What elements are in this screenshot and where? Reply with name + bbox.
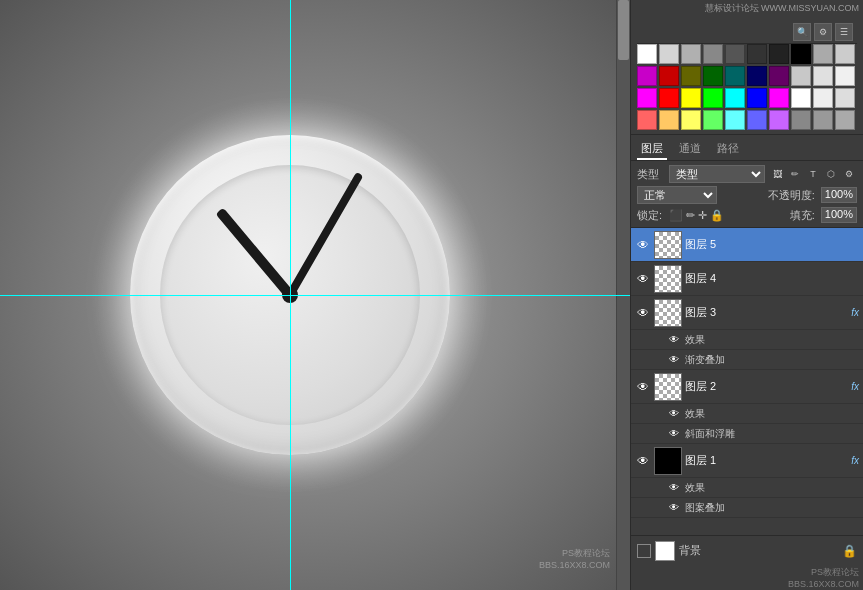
layer-item-3[interactable]: 👁 图层 3 fx	[631, 296, 863, 330]
canvas-watermark-1: PS教程论坛	[539, 547, 610, 560]
swatch[interactable]	[769, 44, 789, 64]
sub-eye[interactable]: 👁	[667, 481, 681, 495]
swatch[interactable]	[791, 66, 811, 86]
swatch[interactable]	[769, 66, 789, 86]
swatch[interactable]	[747, 66, 767, 86]
tool-menu[interactable]: ☰	[835, 23, 853, 41]
swatch[interactable]	[835, 88, 855, 108]
tab-channels[interactable]: 通道	[675, 139, 705, 160]
swatch[interactable]	[681, 110, 701, 130]
swatch[interactable]	[769, 110, 789, 130]
swatch[interactable]	[747, 88, 767, 108]
swatch[interactable]	[659, 66, 679, 86]
swatch[interactable]	[637, 110, 657, 130]
layers-panel: 图层 通道 路径 类型 类型 🖼 ✏ T ⬡ ⚙	[631, 135, 863, 590]
swatch[interactable]	[703, 110, 723, 130]
swatch[interactable]	[791, 110, 811, 130]
lock-icon-all[interactable]: 🔒	[710, 209, 724, 222]
sub-label: 效果	[685, 407, 705, 421]
layer-subitem-3-gradient[interactable]: 👁 渐变叠加	[631, 350, 863, 370]
layer-eye-2[interactable]: 👁	[635, 379, 651, 395]
swatch[interactable]	[747, 110, 767, 130]
swatch[interactable]	[813, 44, 833, 64]
swatch[interactable]	[659, 88, 679, 108]
swatch[interactable]	[769, 88, 789, 108]
swatches-row-2	[637, 66, 857, 86]
swatch[interactable]	[725, 110, 745, 130]
filter-icon-3[interactable]: T	[805, 166, 821, 182]
layer-eye-1[interactable]: 👁	[635, 453, 651, 469]
sub-eye[interactable]: 👁	[667, 501, 681, 515]
canvas-scrollbar-thumb[interactable]	[618, 0, 629, 60]
sub-eye[interactable]: 👁	[667, 427, 681, 441]
sub-eye[interactable]: 👁	[667, 333, 681, 347]
tools-row: 🔍 ⚙ ☰	[637, 21, 857, 44]
sub-label: 斜面和浮雕	[685, 427, 735, 441]
layer-eye-3[interactable]: 👁	[635, 305, 651, 321]
swatch[interactable]	[681, 44, 701, 64]
fill-label: 填充:	[790, 208, 818, 223]
layer-item-1[interactable]: 👁 图层 1 fx	[631, 444, 863, 478]
swatch[interactable]	[747, 44, 767, 64]
layer-thumb-2	[654, 373, 682, 401]
lock-icon-paint[interactable]: ✏	[686, 209, 695, 222]
tab-paths[interactable]: 路径	[713, 139, 743, 160]
filter-icon-4[interactable]: ⬡	[823, 166, 839, 182]
layer-eye-4[interactable]: 👁	[635, 271, 651, 287]
tool-search[interactable]: 🔍	[793, 23, 811, 41]
swatch[interactable]	[637, 88, 657, 108]
swatch[interactable]	[813, 88, 833, 108]
swatch[interactable]	[659, 44, 679, 64]
swatches-row-4	[637, 110, 857, 130]
swatch[interactable]	[703, 44, 723, 64]
sub-eye[interactable]: 👁	[667, 353, 681, 367]
swatch[interactable]	[637, 66, 657, 86]
layer-item-2[interactable]: 👁 图层 2 fx	[631, 370, 863, 404]
swatch[interactable]	[681, 66, 701, 86]
swatch[interactable]	[725, 44, 745, 64]
swatch[interactable]	[681, 88, 701, 108]
tab-layers[interactable]: 图层	[637, 139, 667, 160]
blend-mode-select[interactable]: 正常	[637, 186, 717, 204]
swatch[interactable]	[835, 110, 855, 130]
type-select[interactable]: 类型	[669, 165, 765, 183]
bg-visibility-box[interactable]	[637, 544, 651, 558]
sub-eye[interactable]: 👁	[667, 407, 681, 421]
background-thumb	[655, 541, 675, 561]
fill-value[interactable]: 100%	[821, 207, 857, 223]
layer-item-5[interactable]: 👁 图层 5	[631, 228, 863, 262]
layer-eye-5[interactable]: 👁	[635, 237, 651, 253]
swatch[interactable]	[659, 110, 679, 130]
layer-subitem-2-effect[interactable]: 👁 效果	[631, 404, 863, 424]
layer-item-4[interactable]: 👁 图层 4	[631, 262, 863, 296]
swatch[interactable]	[835, 66, 855, 86]
swatch[interactable]	[703, 66, 723, 86]
filter-icon-2[interactable]: ✏	[787, 166, 803, 182]
swatch[interactable]	[637, 44, 657, 64]
lock-icon-move[interactable]: ✛	[698, 209, 707, 222]
swatch[interactable]	[725, 88, 745, 108]
layer-subitem-2-bevel[interactable]: 👁 斜面和浮雕	[631, 424, 863, 444]
sub-label: 图案叠加	[685, 501, 725, 515]
panel-watermark-1: PS教程论坛	[635, 566, 859, 579]
swatch[interactable]	[791, 44, 811, 64]
filter-icon-5[interactable]: ⚙	[841, 166, 857, 182]
background-lock-icon: 🔒	[842, 544, 857, 558]
layer-thumb-3	[654, 299, 682, 327]
layer-subitem-1-pattern[interactable]: 👁 图案叠加	[631, 498, 863, 518]
swatch[interactable]	[835, 44, 855, 64]
tool-gear[interactable]: ⚙	[814, 23, 832, 41]
opacity-value[interactable]: 100%	[821, 187, 857, 203]
swatch[interactable]	[813, 110, 833, 130]
layer-subitem-3-effect[interactable]: 👁 效果	[631, 330, 863, 350]
swatch[interactable]	[725, 66, 745, 86]
layer-fx-1: fx	[851, 455, 859, 466]
swatch[interactable]	[703, 88, 723, 108]
layer-subitem-1-effect[interactable]: 👁 效果	[631, 478, 863, 498]
sub-label: 渐变叠加	[685, 353, 725, 367]
background-label: 背景	[679, 543, 838, 558]
filter-icon-1[interactable]: 🖼	[769, 166, 785, 182]
swatch[interactable]	[813, 66, 833, 86]
swatch[interactable]	[791, 88, 811, 108]
lock-icon-pixels[interactable]: ⬛	[669, 209, 683, 222]
